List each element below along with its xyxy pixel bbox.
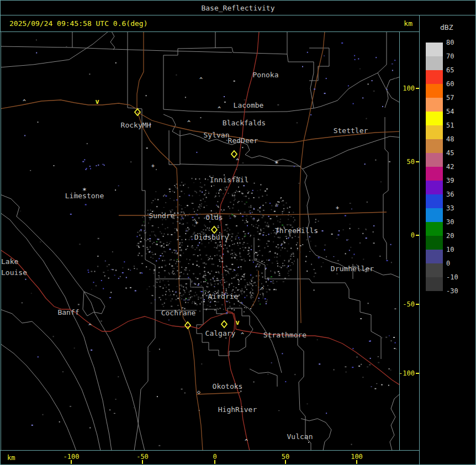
echo-pixel bbox=[184, 269, 186, 270]
echo-pixel bbox=[157, 279, 159, 280]
echo-pixel bbox=[156, 206, 157, 207]
echo-pixel bbox=[233, 193, 234, 193]
echo-pixel bbox=[249, 210, 251, 211]
echo-pixel bbox=[203, 292, 204, 293]
city-label: Didsbury bbox=[194, 233, 229, 241]
echo-pixel bbox=[247, 254, 248, 255]
echo-pixel bbox=[145, 232, 146, 232]
echo-pixel bbox=[380, 181, 382, 182]
x-tick-label: 100 bbox=[343, 453, 371, 461]
echo-pixel bbox=[247, 284, 248, 285]
echo-pixel bbox=[150, 257, 151, 258]
echo-pixel bbox=[155, 299, 156, 300]
echo-pixel bbox=[235, 254, 236, 255]
city-label: Lacombe bbox=[234, 101, 264, 109]
echo-pixel bbox=[108, 278, 109, 279]
echo-pixel bbox=[288, 273, 289, 274]
echo-pixel bbox=[277, 266, 278, 267]
echo-pixel bbox=[343, 229, 344, 230]
echo-pixel bbox=[208, 179, 209, 180]
echo-pixel bbox=[199, 303, 200, 304]
echo-pixel bbox=[179, 204, 180, 205]
echo-pixel bbox=[315, 245, 316, 246]
echo-pixel bbox=[305, 261, 306, 262]
echo-pixel bbox=[295, 236, 296, 237]
echo-pixel bbox=[218, 309, 219, 310]
echo-pixel bbox=[229, 306, 231, 307]
echo-pixel bbox=[31, 293, 32, 294]
city-label: Drumheller bbox=[331, 265, 374, 273]
echo-pixel bbox=[350, 224, 351, 225]
echo-pixel bbox=[139, 231, 140, 231]
echo-pixel bbox=[247, 190, 248, 191]
echo-pixel bbox=[137, 232, 139, 233]
echo-pixel bbox=[135, 290, 136, 292]
echo-pixel bbox=[294, 166, 295, 167]
echo-pixel bbox=[352, 257, 353, 258]
echo-pixel bbox=[115, 189, 116, 191]
echo-pixel bbox=[239, 253, 240, 254]
echo-pixel bbox=[87, 143, 88, 144]
echo-pixel bbox=[258, 266, 259, 267]
echo-pixel bbox=[276, 204, 277, 205]
echo-pixel bbox=[54, 165, 55, 166]
echo-pixel bbox=[172, 252, 173, 253]
echo-pixel bbox=[142, 246, 144, 247]
echo-pixel bbox=[200, 200, 202, 201]
echo-pixel bbox=[36, 39, 37, 40]
echo-pixel bbox=[197, 255, 198, 256]
echo-pixel bbox=[146, 289, 147, 289]
echo-pixel bbox=[228, 287, 229, 288]
echo-pixel bbox=[126, 277, 127, 278]
echo-pixel bbox=[256, 264, 257, 265]
echo-pixel bbox=[234, 277, 235, 278]
echo-pixel bbox=[198, 299, 199, 300]
echo-pixel bbox=[362, 97, 363, 98]
radar-map[interactable]: ^^^^^^^^^^**+++◇ PonokaLacombeBlackfalds… bbox=[1, 31, 400, 451]
echo-pixel bbox=[194, 284, 196, 285]
echo-pixel bbox=[186, 283, 187, 284]
echo-pixel bbox=[287, 251, 288, 252]
echo-pixel bbox=[148, 223, 149, 224]
echo-pixel bbox=[141, 230, 142, 231]
echo-pixel bbox=[311, 264, 312, 265]
echo-pixel bbox=[236, 275, 237, 276]
echo-pixel bbox=[189, 270, 190, 271]
echo-pixel bbox=[162, 295, 163, 296]
city-label: RedDeer bbox=[228, 136, 258, 145]
radar-map-canvas[interactable]: ^^^^^^^^^^**+++◇ PonokaLacombeBlackfalds… bbox=[1, 32, 399, 450]
echo-pixel bbox=[206, 295, 207, 296]
echo-pixel bbox=[307, 403, 308, 404]
echo-pixel bbox=[276, 246, 277, 247]
echo-pixel bbox=[250, 213, 251, 214]
colorbar-swatch bbox=[426, 70, 443, 84]
echo-pixel bbox=[220, 266, 221, 267]
echo-pixel bbox=[198, 266, 199, 267]
echo-pixel bbox=[261, 230, 262, 231]
echo-pixel bbox=[349, 250, 350, 251]
echo-pixel bbox=[261, 273, 263, 274]
echo-pixel bbox=[266, 281, 267, 282]
echo-pixel bbox=[181, 256, 182, 257]
echo-pixel bbox=[236, 190, 237, 191]
echo-pixel bbox=[192, 245, 193, 246]
echo-pixel bbox=[223, 288, 224, 289]
echo-pixel bbox=[166, 299, 167, 299]
echo-pixel bbox=[160, 299, 161, 300]
echo-pixel bbox=[167, 234, 168, 235]
colorbar-value-label: 80 bbox=[446, 39, 454, 46]
echo-pixel bbox=[109, 297, 111, 298]
echo-pixel bbox=[196, 294, 197, 295]
echo-pixel bbox=[218, 266, 219, 267]
echo-pixel bbox=[201, 187, 203, 188]
echo-pixel bbox=[242, 247, 244, 248]
echo-pixel bbox=[244, 236, 245, 237]
echo-pixel bbox=[276, 289, 277, 290]
echo-pixel bbox=[203, 263, 204, 264]
echo-pixel bbox=[211, 210, 212, 212]
echo-pixel bbox=[205, 290, 206, 291]
echo-pixel bbox=[260, 214, 262, 215]
echo-pixel bbox=[189, 239, 190, 240]
echo-pixel bbox=[40, 242, 41, 242]
echo-pixel bbox=[191, 236, 192, 237]
